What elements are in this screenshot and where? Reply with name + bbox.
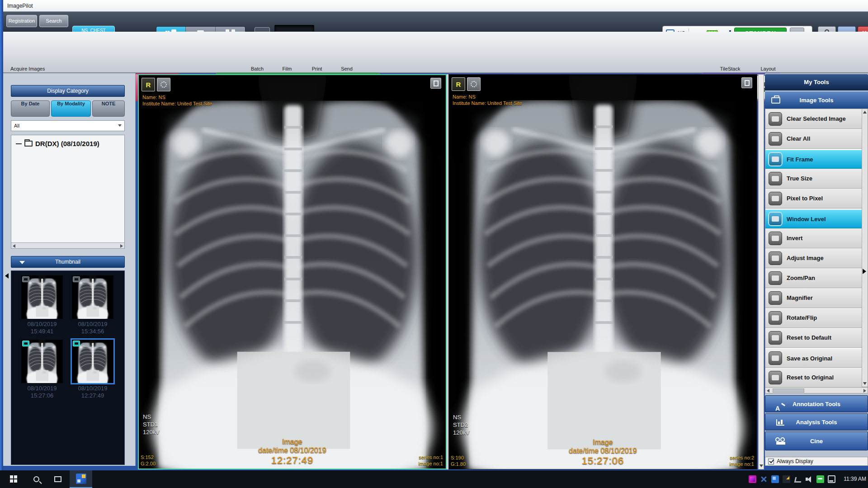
task-view-button[interactable]: [48, 470, 68, 488]
windows-logo-icon: [10, 475, 18, 483]
my-tools-header[interactable]: My Tools: [765, 74, 868, 90]
window-title: ImagePilot: [7, 3, 33, 9]
tool-clear-all[interactable]: Clear All: [765, 129, 862, 149]
scroll-down-icon[interactable]: [760, 464, 763, 467]
kv-overlay: 120kV: [143, 428, 160, 436]
panel-expand-arrow[interactable]: [863, 269, 866, 274]
analysis-tools-button[interactable]: Analysis Tools: [765, 413, 868, 431]
image-caption: Image: [139, 437, 446, 446]
by-modality-button[interactable]: By Modality: [51, 100, 91, 117]
network-icon[interactable]: [794, 475, 802, 483]
tree-item-drdx[interactable]: DR(DX) (08/10/2019): [16, 140, 99, 147]
rotate-flip-icon: [769, 311, 782, 325]
cine-button[interactable]: Cine: [765, 431, 868, 450]
tray-warning-icon[interactable]: [783, 475, 790, 483]
image-viewport-right[interactable]: R Name: NS Institute Name: United Test S…: [448, 74, 757, 469]
scroll-left-icon[interactable]: [13, 244, 15, 248]
tool-fit-frame[interactable]: Fit Frame: [765, 149, 862, 169]
thumbnail-area: 08/10/201915:49:41 08/10/201915:34:56 08…: [11, 270, 125, 465]
taskbar-search-button[interactable]: [26, 470, 46, 488]
frame-copy-icon[interactable]: [741, 77, 752, 88]
tool-window-level[interactable]: Window Level: [765, 208, 862, 228]
display-category-button[interactable]: Display Category: [11, 85, 125, 97]
thumbnail-item[interactable]: 08/10/201915:34:56: [72, 275, 113, 335]
imagepilot-taskbar-button[interactable]: [70, 470, 92, 488]
viewer-scrollbar[interactable]: [758, 74, 764, 469]
tool-rotate-flip[interactable]: Rotate/Flip: [765, 308, 862, 328]
r-marker-icon[interactable]: R: [142, 78, 155, 91]
imagepilot-window: ImagePilot Registration Search NS_CHEST …: [0, 0, 868, 488]
tray-message-icon[interactable]: [816, 475, 824, 483]
scroll-right-icon[interactable]: [863, 389, 866, 393]
thumbnail-item[interactable]: 08/10/201915:27:06: [21, 340, 63, 399]
search-icon: [33, 476, 39, 482]
start-button[interactable]: [3, 470, 24, 488]
thumbnail-badge: [73, 341, 80, 346]
datetime-caption: date/time 08/10/2019: [449, 446, 757, 455]
always-display-label: Always Display: [777, 458, 813, 464]
tool-invert[interactable]: Invert: [765, 228, 862, 248]
scroll-down-icon[interactable]: [863, 382, 867, 385]
by-date-button[interactable]: By Date: [11, 100, 50, 117]
tool-magnifier[interactable]: Magnifier: [765, 288, 862, 308]
image-viewport-left[interactable]: R Name: NS Institute Name: United Test S…: [138, 74, 447, 469]
patient-id-overlay: NS: [143, 413, 160, 421]
r-marker-icon[interactable]: R: [452, 77, 465, 91]
tree-horizontal-scrollbar[interactable]: [11, 242, 124, 248]
series-no-overlay: series no:1: [419, 454, 443, 460]
institute-overlay: Institute Name: United Test Site: [142, 100, 212, 107]
tool-reset-to-default[interactable]: Reset to Default: [765, 328, 862, 348]
search-button[interactable]: Search: [39, 15, 68, 27]
acquire-images-label: Acquire Images: [10, 66, 45, 71]
time-caption: 12:27:49: [139, 455, 446, 466]
xray-image: [449, 75, 757, 469]
send-label: Send: [341, 66, 353, 71]
image-tools-header[interactable]: Image Tools: [765, 91, 868, 109]
tool-adjust-image[interactable]: Adjust Image: [765, 248, 862, 268]
frame-copy-icon[interactable]: [430, 78, 441, 89]
save-as-original-icon: [769, 351, 782, 365]
annotation-tools-button[interactable]: A Annotation Tools: [765, 395, 868, 412]
image-caption: Image: [449, 438, 757, 446]
note-button[interactable]: NOTE: [92, 100, 125, 117]
tool-true-size[interactable]: True Size: [765, 169, 862, 189]
taskbar-clock[interactable]: 11:39 AM: [839, 470, 866, 488]
tray-display-icon[interactable]: [771, 475, 779, 483]
category-dropdown[interactable]: All: [11, 120, 125, 131]
volume-icon[interactable]: [805, 475, 813, 483]
tools-vertical-scrollbar[interactable]: [862, 109, 868, 387]
study-browser-panel: Display Category By Date By Modality NOT…: [3, 73, 136, 466]
true-size-icon: [769, 172, 782, 185]
thumbnail-item[interactable]: 08/10/201915:49:41: [21, 275, 63, 335]
scroll-up-icon[interactable]: [863, 111, 867, 114]
registration-button[interactable]: Registration: [6, 15, 37, 27]
adjust-image-icon: [769, 251, 782, 265]
scroll-left-icon[interactable]: [767, 389, 769, 393]
tools-horizontal-scrollbar[interactable]: [765, 387, 868, 393]
tray-app-icon[interactable]: [749, 475, 756, 483]
fit-frame-icon: [769, 152, 782, 166]
tool-pixel-to-pixel[interactable]: Pixel to Pixel: [765, 189, 862, 208]
tool-reset-to-original[interactable]: Reset to Original: [765, 368, 862, 388]
kv-overlay: 120kV: [453, 429, 470, 436]
notification-icon[interactable]: [828, 475, 835, 483]
orientation-icon[interactable]: [467, 77, 481, 91]
thumbnail-collapse-arrow[interactable]: [5, 273, 9, 279]
zoom-pan-icon: [769, 271, 782, 285]
image-no-overlay: image no:1: [419, 460, 443, 467]
tool-zoom-pan[interactable]: Zoom/Pan: [765, 268, 862, 288]
cine-projector-icon: [775, 437, 787, 445]
clear-selected-image-icon: [769, 112, 782, 126]
scroll-right-icon[interactable]: [120, 244, 123, 248]
tool-save-as-original[interactable]: Save as Original: [765, 348, 862, 368]
windows-taskbar: 11:39 AM: [0, 470, 868, 488]
thumbnail-header[interactable]: Thumbnail: [11, 256, 125, 268]
tray-x-icon[interactable]: [760, 475, 768, 483]
collapse-icon: [19, 261, 25, 264]
always-display-checkbox[interactable]: [768, 459, 774, 464]
layout-label: Layout: [760, 66, 775, 71]
tool-clear-selected-image[interactable]: Clear Selected Image: [765, 109, 862, 129]
datetime-caption: date/time 08/10/2019: [139, 446, 446, 455]
orientation-icon[interactable]: [157, 78, 170, 91]
thumbnail-item-selected[interactable]: 08/10/201912:27:49: [72, 340, 113, 399]
